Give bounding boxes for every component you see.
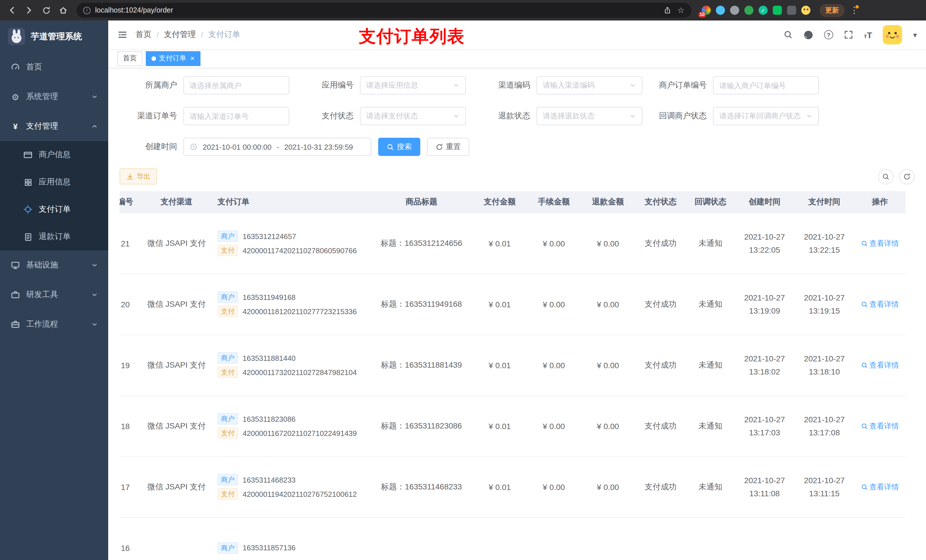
- extension-icon[interactable]: [773, 6, 782, 15]
- sidebar-item-infrastructure[interactable]: 基础设施: [0, 251, 108, 280]
- app-title: 芋道管理系统: [31, 31, 82, 42]
- view-details-link[interactable]: 查看详情: [861, 482, 899, 492]
- sidebar-item-merchant-info[interactable]: 商户信息: [0, 141, 108, 169]
- close-icon[interactable]: [190, 54, 195, 62]
- extension-badge: 10: [698, 12, 706, 18]
- sidebar-toggle-button[interactable]: [117, 30, 127, 40]
- chevron-down-icon: [91, 291, 98, 298]
- pay-status-cell: 支付成功: [635, 335, 686, 395]
- sidebar-item-payment[interactable]: 支付管理: [0, 112, 108, 141]
- channel-code-select[interactable]: 请输入渠道编码: [536, 76, 642, 95]
- chevron-down-icon: [91, 93, 98, 100]
- browser-update-button[interactable]: 更新: [820, 4, 844, 17]
- extension-icon[interactable]: [730, 6, 739, 15]
- forward-button[interactable]: [22, 3, 36, 18]
- refresh-table-button[interactable]: [899, 169, 915, 184]
- sidebar-item-label: 工作流程: [26, 319, 58, 329]
- fee-amount-cell: ¥ 0.00: [527, 395, 581, 456]
- channel-order-input[interactable]: [183, 107, 289, 125]
- sidebar-item-system[interactable]: 系统管理: [0, 82, 108, 112]
- merchant-tag: 商户: [218, 231, 238, 242]
- notify-status-select[interactable]: 请选择订单回调商户状态: [713, 107, 819, 125]
- search-button[interactable]: 搜索: [378, 138, 420, 156]
- tab-pay-order[interactable]: 支付订单: [146, 51, 200, 66]
- extension-icon[interactable]: [787, 6, 796, 15]
- actions-cell: 查看详情: [854, 213, 905, 274]
- extension-icon[interactable]: [744, 6, 754, 15]
- product-title-cell: 标题：1635312124656: [370, 213, 473, 274]
- caret-down-icon[interactable]: [913, 30, 917, 40]
- page-annotation: 支付订单列表: [359, 25, 465, 48]
- user-avatar[interactable]: [883, 25, 902, 44]
- pay-status-select[interactable]: 请选择支付状态: [360, 107, 466, 125]
- payment-submenu: 商户信息 应用信息 支付订单 退款订单: [0, 141, 108, 251]
- share-icon[interactable]: [664, 6, 672, 14]
- product-title-cell: 标题：1635311468233: [370, 456, 473, 517]
- pay-amount-cell: ¥ 0.01: [473, 274, 527, 335]
- sidebar-item-label: 系统管理: [26, 92, 58, 102]
- pay-status-cell: 支付成功: [635, 395, 686, 456]
- breadcrumb-pay-manage[interactable]: 支付管理: [164, 30, 196, 40]
- address-bar[interactable]: localhost:1024/pay/order: [76, 3, 691, 18]
- extension-icon[interactable]: 10: [702, 6, 711, 15]
- date-start: 2021-10-01 00:00:00: [203, 143, 271, 151]
- grid-icon: [23, 178, 33, 186]
- pay-amount-cell: ¥ 0.01: [473, 456, 527, 517]
- tab-home[interactable]: 首页: [117, 51, 142, 66]
- order-id-cell: 21: [120, 213, 142, 274]
- merchant-input[interactable]: [183, 76, 289, 95]
- merchant-tag: 商户: [218, 352, 238, 364]
- refund-amount-cell: ¥ 0.00: [581, 213, 635, 274]
- refund-status-select[interactable]: 请选择退款状态: [536, 107, 642, 125]
- breadcrumb-home[interactable]: 首页: [136, 30, 151, 40]
- view-details-link[interactable]: 查看详情: [861, 238, 899, 248]
- app-select[interactable]: 请选择应用信息: [360, 76, 466, 95]
- product-title-cell: 标题：1635311881439: [370, 335, 473, 395]
- pay-time-cell: 2021-10-2713:17:08: [794, 395, 854, 456]
- pay-channel-cell: 微信 JSAPI 支付: [142, 456, 211, 517]
- fullscreen-icon[interactable]: [844, 30, 853, 39]
- search-icon[interactable]: [784, 30, 793, 39]
- merchant-order-input[interactable]: [713, 76, 819, 95]
- pay-tag: 支付: [218, 427, 238, 439]
- bookmark-star-icon[interactable]: [678, 6, 684, 15]
- github-icon[interactable]: [803, 30, 813, 39]
- extension-icon[interactable]: [716, 6, 725, 15]
- gear-icon: [10, 92, 21, 101]
- pay-order-cell: 商户1635311468233 支付4200001194202110276752…: [211, 456, 370, 517]
- pay-order-cell: 商户1635311857136: [211, 517, 370, 560]
- create-time-range-picker[interactable]: 2021-10-01 00:00:00 - 2021-10-31 23:59:5…: [183, 138, 371, 156]
- sidebar-item-home[interactable]: 首页: [0, 52, 108, 82]
- sidebar-item-devtools[interactable]: 研发工具: [0, 280, 108, 309]
- sidebar-item-pay-order[interactable]: 支付订单: [0, 196, 108, 223]
- sidebar-item-workflow[interactable]: 工作流程: [0, 309, 108, 339]
- product-title-cell: 标题：1635311949168: [370, 274, 473, 335]
- date-separator: -: [277, 143, 279, 151]
- toggle-search-button[interactable]: [878, 169, 894, 184]
- site-info-icon[interactable]: [83, 6, 91, 14]
- pay-time-cell: 2021-10-2713:22:15: [794, 213, 854, 274]
- card-icon: [23, 150, 33, 159]
- export-button[interactable]: 导出: [120, 169, 157, 184]
- sidebar-item-label: 商户信息: [39, 150, 71, 160]
- extension-icon[interactable]: [801, 6, 810, 15]
- app-logo[interactable]: 芋道管理系统: [0, 21, 108, 52]
- sidebar-item-app-info[interactable]: 应用信息: [0, 169, 108, 196]
- browser-menu-button[interactable]: [849, 5, 859, 15]
- sidebar-item-refund-order[interactable]: 退款订单: [0, 223, 108, 251]
- view-details-link[interactable]: 查看详情: [861, 421, 899, 431]
- view-details-link[interactable]: 查看详情: [861, 299, 899, 309]
- back-button[interactable]: [5, 3, 20, 18]
- font-size-icon[interactable]: [864, 30, 872, 39]
- extension-icon[interactable]: [758, 6, 768, 15]
- refund-amount-cell: [581, 517, 635, 560]
- view-details-link[interactable]: 查看详情: [861, 360, 899, 370]
- pay-channel-cell: 微信 JSAPI 支付: [142, 213, 211, 274]
- help-icon[interactable]: [824, 30, 833, 39]
- home-button[interactable]: [56, 3, 71, 18]
- merchant-tag: 商户: [218, 413, 238, 424]
- create-time-cell: 2021-10-2713:17:03: [735, 395, 794, 456]
- reset-button[interactable]: 重置: [427, 138, 469, 156]
- pay-status-cell: 支付成功: [635, 274, 686, 335]
- reload-button[interactable]: [39, 3, 53, 18]
